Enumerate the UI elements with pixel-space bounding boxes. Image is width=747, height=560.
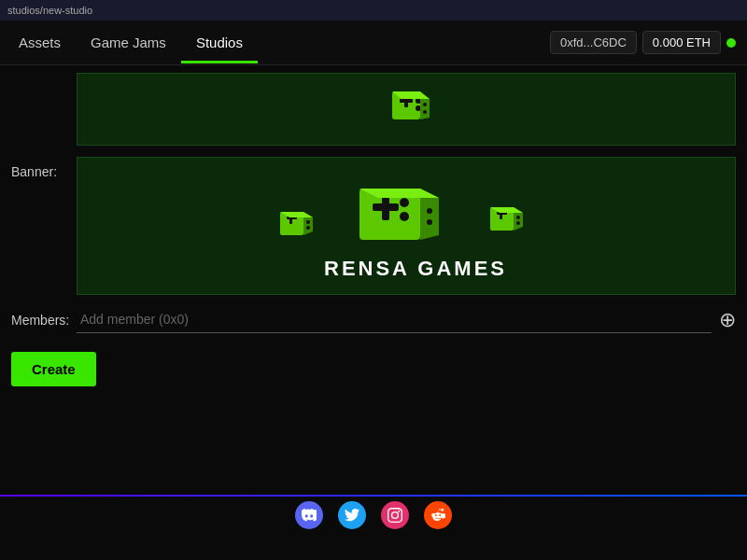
title-bar: studios/new-studio [0, 0, 747, 21]
nav-item-gamejams[interactable]: Game Jams [76, 21, 181, 63]
create-button[interactable]: Create [11, 352, 96, 386]
banner-label: Banner: [11, 157, 77, 179]
svg-point-7 [423, 103, 427, 106]
svg-point-27 [400, 212, 409, 221]
eth-balance: 0.000 ETH [642, 31, 721, 54]
banner-preview: RENSA GAMES [266, 165, 546, 287]
svg-point-15 [306, 226, 310, 230]
instagram-icon[interactable] [381, 501, 409, 529]
icon-label [11, 73, 77, 80]
reddit-icon[interactable] [424, 501, 452, 529]
banner-upload-area[interactable]: RENSA GAMES [77, 157, 736, 295]
svg-rect-25 [382, 194, 389, 220]
icon-upload-row [11, 73, 736, 146]
nav-item-assets[interactable]: Assets [4, 21, 76, 63]
main-content: Banner: [0, 65, 747, 476]
footer [0, 497, 747, 534]
nav-bar: Assets Game Jams Studios 0xfd...C6DC 0.0… [0, 21, 747, 65]
add-member-button[interactable]: ⊕ [719, 310, 736, 330]
members-label: Members: [11, 313, 77, 328]
banner-upload-row: Banner: [11, 157, 736, 295]
icon-preview [374, 82, 439, 136]
title-text: studios/new-studio [7, 5, 92, 16]
wallet-section: 0xfd...C6DC 0.000 ETH [550, 31, 736, 54]
connection-status-dot [726, 38, 736, 48]
svg-point-26 [400, 198, 409, 207]
svg-point-8 [423, 110, 427, 114]
svg-point-30 [427, 208, 432, 214]
discord-icon[interactable] [295, 501, 323, 529]
svg-point-21 [516, 216, 520, 219]
nav-item-studios[interactable]: Studios [181, 21, 258, 63]
members-input[interactable] [77, 306, 712, 333]
svg-point-22 [516, 221, 520, 225]
twitter-icon[interactable] [338, 501, 366, 529]
icon-upload-area[interactable] [77, 73, 736, 146]
wallet-address[interactable]: 0xfd...C6DC [550, 31, 637, 54]
members-row: Members: ⊕ [11, 306, 736, 333]
svg-text:RENSA GAMES: RENSA GAMES [324, 257, 507, 280]
svg-point-31 [427, 219, 432, 225]
svg-point-14 [306, 220, 310, 224]
